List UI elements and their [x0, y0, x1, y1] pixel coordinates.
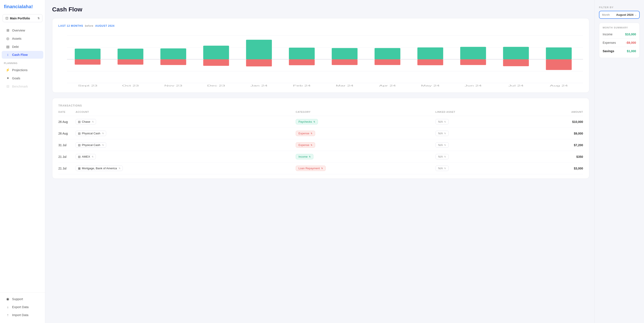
sidebar-item-goals[interactable]: ✦ Goals	[2, 74, 43, 82]
sidebar-item-import[interactable]: ↑ Import Data	[2, 311, 43, 319]
svg-rect-34	[418, 48, 443, 59]
transaction-category-cell: Income⇅	[296, 151, 436, 163]
filter-type-label: Month	[602, 13, 610, 16]
filter-section: FILTER BY Month August 2024 ⌄	[599, 6, 640, 19]
planning-nav: ⚡ Projections ✦ Goals ⊟ Benchmark	[0, 66, 45, 91]
svg-rect-31	[374, 48, 400, 59]
category-chip[interactable]: Loan Repayment⇅	[296, 166, 326, 171]
category-chip[interactable]: Expense⇅	[296, 142, 315, 148]
account-chip[interactable]: ▦Mortgage, Bank of America⇅	[76, 166, 123, 171]
category-chip-chevron-icon: ⇅	[310, 144, 312, 146]
sidebar-item-projections[interactable]: ⚡ Projections	[2, 66, 43, 74]
sidebar-item-label: Export Data	[12, 305, 29, 309]
linked-chip-label: N/A	[438, 132, 443, 135]
portfolio-icon: ⊡	[6, 16, 8, 20]
savings-label: Savings	[603, 49, 614, 53]
support-icon: ◉	[6, 297, 10, 301]
category-chip[interactable]: Expense⇅	[296, 131, 315, 136]
sidebar-item-support[interactable]: ◉ Support	[2, 295, 43, 303]
transaction-linked-cell: N/A⇅	[436, 128, 528, 139]
table-row: 21 Jul▤AMEX⇅Income⇅N/A⇅$350	[58, 151, 583, 163]
category-chip[interactable]: Paychecks⇅	[296, 119, 318, 124]
linked-chip-chevron-icon: ⇅	[444, 132, 446, 135]
logo-text: financial	[4, 4, 23, 9]
sidebar-item-overview[interactable]: ⊞ Overview	[2, 26, 43, 34]
transaction-account-cell: ▦Mortgage, Bank of America⇅	[76, 163, 296, 174]
right-panel: FILTER BY Month August 2024 ⌄ MONTH SUMM…	[594, 0, 644, 323]
transactions-section-label: TRANSACTIONS	[58, 104, 583, 107]
category-chip-label: Expense	[298, 143, 310, 147]
table-row: 26 Aug▤Physical Cash⇅Expense⇅N/A⇅$9,000	[58, 128, 583, 139]
linked-chip[interactable]: N/A⇅	[436, 119, 449, 124]
transactions-table: DATE ACCOUNT CATEGORY LINKED ASSET AMOUN…	[58, 111, 583, 174]
bar-chart: $20K $10K $0 -$10K -$20K Sept 23 Oct 23 …	[58, 31, 583, 88]
transaction-linked-cell: N/A⇅	[436, 116, 528, 128]
table-row: 26 Aug▤Chase⇅Paychecks⇅N/A⇅$10,000	[58, 116, 583, 128]
transaction-amount: $9,000	[528, 128, 583, 139]
col-date: DATE	[58, 111, 76, 116]
col-linked: LINKED ASSET	[436, 111, 528, 116]
linked-chip-label: N/A	[438, 167, 443, 170]
col-category: CATEGORY	[296, 111, 436, 116]
svg-rect-32	[374, 59, 400, 65]
svg-rect-29	[332, 59, 358, 65]
account-chip-chevron-icon: ⇅	[102, 144, 104, 146]
account-chip-icon: ▤	[78, 132, 80, 135]
account-chip[interactable]: ▤Physical Cash⇅	[76, 142, 106, 148]
filter-chevron-icon: ⌄	[635, 13, 637, 16]
table-row: 21 Jul▦Mortgage, Bank of America⇅Loan Re…	[58, 163, 583, 174]
sidebar-item-debt[interactable]: ▤ Debt	[2, 43, 43, 51]
portfolio-selector[interactable]: ⊡ Main Portfolio ⇅	[2, 14, 42, 22]
portfolio-chevron-icon: ⇅	[38, 17, 40, 20]
transaction-date: 31 Jul	[58, 139, 76, 151]
account-chip[interactable]: ▤Physical Cash⇅	[76, 131, 106, 136]
page-title: Cash Flow	[52, 6, 589, 13]
svg-text:Jun 24: Jun 24	[464, 84, 482, 87]
sidebar-item-cashflow[interactable]: ↕ Cash Flow	[2, 51, 43, 59]
sidebar-item-export[interactable]: ↓ Export Data	[2, 303, 43, 311]
transaction-account-cell: ▤Physical Cash⇅	[76, 139, 296, 151]
sidebar-item-label: Assets	[12, 37, 22, 40]
svg-text:Nov 23: Nov 23	[164, 84, 182, 87]
transaction-account-cell: ▤Chase⇅	[76, 116, 296, 128]
svg-rect-19	[203, 46, 229, 59]
projections-icon: ⚡	[6, 68, 10, 72]
linked-chip[interactable]: N/A⇅	[436, 131, 449, 136]
svg-text:Sept 23: Sept 23	[78, 84, 97, 87]
sidebar-item-label: Cash Flow	[12, 53, 28, 57]
linked-chip[interactable]: N/A⇅	[436, 166, 449, 171]
svg-rect-40	[503, 47, 529, 59]
svg-rect-14	[118, 59, 144, 65]
filter-month-selector[interactable]: Month August 2024 ⌄	[599, 11, 640, 19]
main-content: Cash Flow LAST 12 MONTHS before AUGUST 2…	[45, 0, 594, 323]
sidebar-item-label: Support	[12, 297, 23, 301]
col-amount: AMOUNT	[528, 111, 583, 116]
account-chip-label: AMEX	[82, 155, 90, 158]
chart-subtitle-accent: AUGUST 2024	[95, 24, 114, 27]
linked-chip[interactable]: N/A⇅	[436, 154, 449, 159]
category-chip-chevron-icon: ⇅	[314, 121, 315, 123]
linked-chip-chevron-icon: ⇅	[444, 121, 446, 123]
linked-chip[interactable]: N/A⇅	[436, 142, 449, 148]
filter-label: FILTER BY	[599, 6, 640, 9]
transaction-category-cell: Paychecks⇅	[296, 116, 436, 128]
svg-rect-37	[460, 47, 486, 59]
category-chip[interactable]: Income⇅	[296, 154, 314, 159]
sidebar-item-assets[interactable]: ◎ Assets	[2, 35, 43, 43]
planning-section-label: PLANNING	[0, 59, 45, 66]
account-chip[interactable]: ▤AMEX⇅	[76, 154, 96, 159]
sidebar-item-label: Benchmark	[12, 85, 28, 88]
svg-rect-43	[546, 48, 572, 59]
filter-value: August 2024	[616, 13, 634, 16]
svg-rect-23	[246, 59, 272, 66]
category-chip-label: Income	[298, 155, 308, 158]
svg-rect-10	[75, 49, 100, 60]
income-label: Income	[603, 33, 612, 36]
sidebar-item-label: Projections	[12, 68, 28, 72]
debt-icon: ▤	[6, 45, 10, 49]
svg-rect-38	[460, 59, 486, 65]
category-chip-chevron-icon: ⇅	[310, 132, 312, 135]
transaction-account-cell: ▤Physical Cash⇅	[76, 128, 296, 139]
account-chip[interactable]: ▤Chase⇅	[76, 119, 96, 124]
svg-rect-11	[75, 59, 100, 65]
